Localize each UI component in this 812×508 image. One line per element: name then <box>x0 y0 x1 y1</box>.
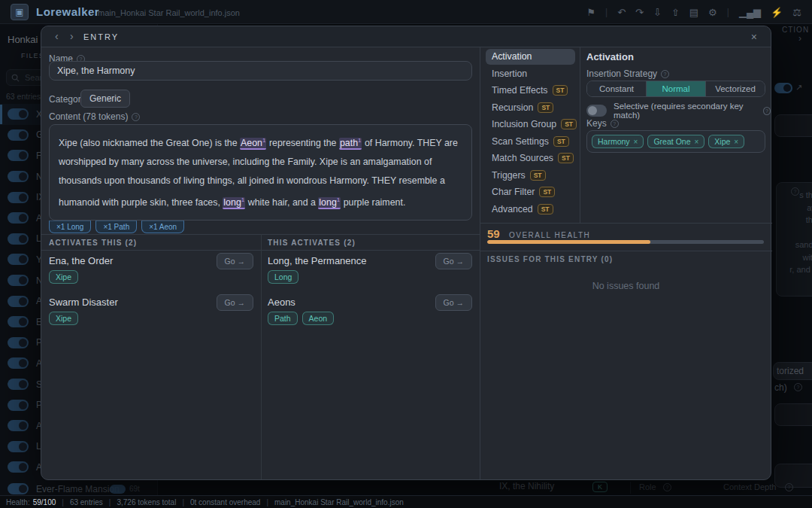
status-separator: | <box>182 498 184 506</box>
key-chip: Harmony× <box>592 135 644 148</box>
nav-divider <box>580 47 580 223</box>
bookmark-icon[interactable]: ⚑ <box>586 8 595 17</box>
app-window: ▣ Lorewalker main_Honkai Star Rail_world… <box>0 0 812 508</box>
nav-item-insertion[interactable]: Insertion <box>486 66 575 82</box>
entry-modal: ‹ › ENTRY × Name? Category Generic Conte… <box>41 26 771 480</box>
selective-label: Selective (requires secondary key match) <box>614 102 756 120</box>
content-text: purple raiment. <box>341 197 405 208</box>
linked-entry-row: Long, the PermanenceGo →Long <box>268 255 472 284</box>
key-chip-label: Great One <box>653 137 690 146</box>
automation-icon[interactable]: ⚡ <box>771 8 783 17</box>
content-textarea[interactable]: Xipe (also nicknamed the Great One) is t… <box>49 124 472 221</box>
strategy-segmented-control: ConstantNormalVectorized <box>586 81 765 97</box>
stats-icon[interactable]: ▁▄▆ <box>739 8 761 17</box>
nav-item-timed-effects[interactable]: Timed EffectsST <box>486 83 575 99</box>
help-icon: ? <box>661 70 669 78</box>
entry-tags: Xipe <box>49 270 253 284</box>
nav-item-scan-settings[interactable]: Scan SettingsST <box>486 134 575 150</box>
balance-icon[interactable]: ⚖ <box>792 8 801 17</box>
health-score: 59 <box>487 227 500 240</box>
status-item: main_Honkai Star Rail_world_info.json <box>274 498 404 506</box>
close-icon[interactable]: × <box>751 31 757 43</box>
nav-item-label: Char Filter <box>492 187 535 197</box>
selective-row: Selective (requires secondary key match)… <box>586 102 771 120</box>
nav-item-recursion[interactable]: RecursionST <box>486 100 575 116</box>
remove-key-icon[interactable]: × <box>634 138 638 146</box>
strategy-option-normal[interactable]: Normal <box>647 81 706 96</box>
health-progress-bar <box>487 240 764 244</box>
strategy-option-constant[interactable]: Constant <box>587 81 647 96</box>
st-badge: ST <box>530 170 546 181</box>
category-chip[interactable]: Generic <box>80 90 130 108</box>
status-item: 0t constant overhead <box>190 498 260 506</box>
content-label: Content (78 tokens)? <box>49 111 140 122</box>
issues-header: ISSUES FOR THIS ENTRY (0) <box>487 255 613 263</box>
undo-icon[interactable]: ↶ <box>617 8 626 17</box>
linked-entry-row: Swarm DisasterGo →Xipe <box>49 297 253 325</box>
open-file-label: main_Honkai Star Rail_world_info.json <box>98 8 240 17</box>
st-badge: ST <box>561 119 577 129</box>
key-chip: Xipe× <box>708 135 744 148</box>
token-count-sup: 1 <box>262 137 265 144</box>
go-button[interactable]: Go → <box>435 294 472 311</box>
go-button[interactable]: Go → <box>435 253 472 269</box>
token-chip[interactable]: ×1 Long <box>49 221 91 233</box>
upload-icon[interactable]: ⇧ <box>671 8 680 17</box>
title-bar: ▣ Lorewalker main_Honkai Star Rail_world… <box>0 0 812 24</box>
nav-item-triggers[interactable]: TriggersST <box>486 168 575 184</box>
toolbar-divider: | <box>605 8 607 17</box>
highlighted-token: Aeon1 <box>240 138 266 150</box>
entry-tags: PathAeon <box>268 312 472 325</box>
column-divider <box>261 234 262 479</box>
st-badge: ST <box>553 136 569 147</box>
lorebook-icon[interactable]: ▤ <box>689 8 698 17</box>
nav-item-label: Triggers <box>492 170 526 181</box>
nav-item-char-filter[interactable]: Char FilterST <box>486 184 575 200</box>
status-bar: Health: 59/100 |63 entries|3,726 tokens … <box>0 495 812 508</box>
nav-item-label: Activation <box>492 51 532 62</box>
highlighted-token: long1 <box>223 197 245 209</box>
nav-item-activation[interactable]: Activation <box>486 49 575 65</box>
entry-tag: Long <box>268 270 298 284</box>
token-chip[interactable]: ×1 Aeon <box>141 221 184 233</box>
nav-item-match-sources[interactable]: Match SourcesST <box>486 151 575 166</box>
download-icon[interactable]: ⇩ <box>653 8 662 17</box>
status-item: 63 entries <box>70 498 103 506</box>
remove-key-icon[interactable]: × <box>694 138 698 146</box>
activates-this-header: ACTIVATES THIS (2) <box>49 239 137 247</box>
nav-item-advanced[interactable]: AdvancedST <box>486 202 575 217</box>
linked-entry-row: AeonsGo →PathAeon <box>268 297 472 325</box>
insertion-strategy-label: Insertion Strategy? <box>586 68 669 79</box>
activation-heading: Activation <box>586 51 634 62</box>
go-button[interactable]: Go → <box>217 253 253 269</box>
settings-gear-icon[interactable]: ⚙ <box>708 8 717 17</box>
go-button[interactable]: Go → <box>217 294 253 311</box>
nav-item-label: Scan Settings <box>492 136 549 147</box>
strategy-option-vectorized[interactable]: Vectorized <box>706 81 765 96</box>
toolbar-divider: | <box>727 8 729 17</box>
modal-title: ENTRY <box>83 32 119 41</box>
redo-icon[interactable]: ↷ <box>635 8 644 17</box>
forward-icon[interactable]: › <box>70 30 74 42</box>
selective-toggle[interactable] <box>586 105 607 117</box>
entry-tag: Xipe <box>49 312 78 325</box>
keys-input[interactable]: Harmony×Great One×Xipe× <box>586 130 765 153</box>
entry-tags: Xipe <box>49 312 253 325</box>
st-badge: ST <box>558 153 574 163</box>
highlighted-token: path1 <box>339 138 362 150</box>
nav-item-label: Advanced <box>492 204 533 214</box>
issues-empty-text: No issues found <box>480 281 772 291</box>
entry-tags: Long <box>268 270 472 284</box>
key-chip-label: Xipe <box>714 137 730 146</box>
nav-item-label: Inclusion Group <box>492 119 556 129</box>
nav-item-inclusion-group[interactable]: Inclusion GroupST <box>486 117 575 132</box>
app-title: Lorewalker <box>36 5 99 18</box>
back-icon[interactable]: ‹ <box>55 30 59 42</box>
remove-key-icon[interactable]: × <box>734 138 738 146</box>
keys-label: Keys? <box>586 118 619 129</box>
nav-item-label: Timed Effects <box>492 85 548 96</box>
token-count-sup: 1 <box>358 137 361 144</box>
entry-tag: Xipe <box>49 270 78 284</box>
token-chip[interactable]: ×1 Path <box>95 221 137 233</box>
name-field[interactable] <box>49 61 472 81</box>
